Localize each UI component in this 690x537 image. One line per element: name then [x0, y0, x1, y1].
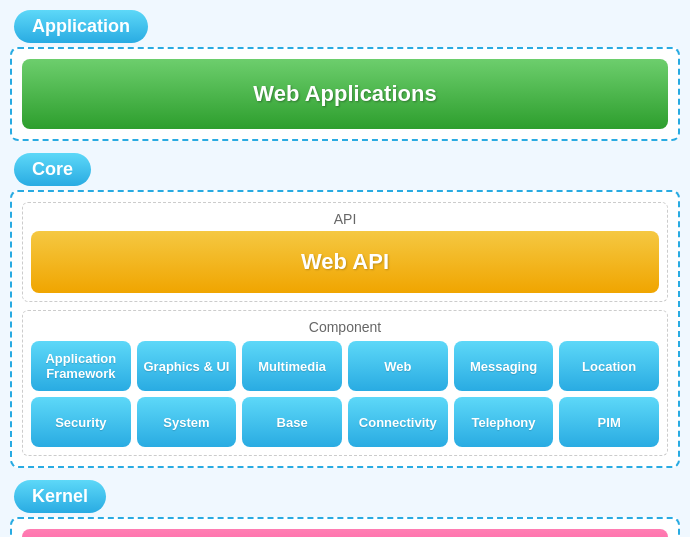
component-messaging: Messaging [454, 341, 554, 391]
core-label: Core [14, 153, 91, 186]
component-system: System [137, 397, 237, 447]
api-subsection: API Web API [22, 202, 668, 302]
application-label: Application [14, 10, 148, 43]
core-section: Core API Web API Component Application F… [10, 153, 680, 468]
component-multimedia: Multimedia [242, 341, 342, 391]
component-graphics-ui: Graphics & UI [137, 341, 237, 391]
component-base: Base [242, 397, 342, 447]
component-grid-row1: Application Framework Graphics & UI Mult… [31, 341, 659, 391]
component-label: Component [31, 319, 659, 335]
application-section: Application Web Applications [10, 10, 680, 141]
web-applications-bar: Web Applications [22, 59, 668, 129]
api-label: API [31, 211, 659, 227]
component-application-framework: Application Framework [31, 341, 131, 391]
kernel-label: Kernel [14, 480, 106, 513]
component-grid-row2: Security System Base Connectivity Teleph… [31, 397, 659, 447]
core-box: API Web API Component Application Framew… [10, 190, 680, 468]
component-location: Location [559, 341, 659, 391]
component-subsection: Component Application Framework Graphics… [22, 310, 668, 456]
component-pim: PIM [559, 397, 659, 447]
component-web: Web [348, 341, 448, 391]
application-box: Web Applications [10, 47, 680, 141]
linux-kernel-bar: Linux Kernel [22, 529, 668, 537]
web-api-bar: Web API [31, 231, 659, 293]
kernel-section: Kernel Linux Kernel [10, 480, 680, 537]
kernel-box: Linux Kernel [10, 517, 680, 537]
component-telephony: Telephony [454, 397, 554, 447]
component-security: Security [31, 397, 131, 447]
component-connectivity: Connectivity [348, 397, 448, 447]
